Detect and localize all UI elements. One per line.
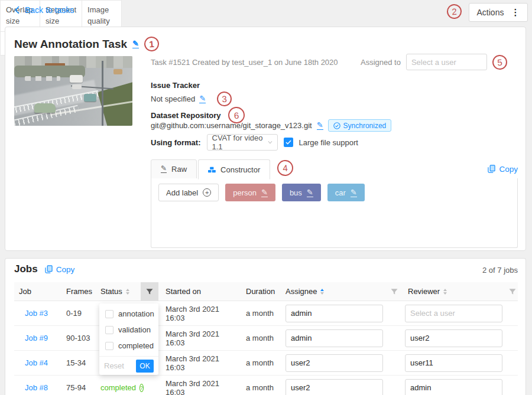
annotation-label: annotation [118, 309, 154, 318]
annotation-checkbox[interactable] [105, 310, 113, 318]
assignee-input[interactable] [286, 305, 383, 322]
assignee-input[interactable] [286, 379, 383, 395]
tab-raw[interactable]: ✎ Raw [151, 159, 197, 179]
status-sorter-icon[interactable] [126, 289, 129, 295]
actions-label: Actions [477, 8, 504, 17]
tab-constructor-label: Constructor [220, 165, 260, 174]
back-to-tasks-label: Back to tasks [25, 5, 74, 15]
assignee-filter-button[interactable] [387, 282, 401, 301]
large-file-checkbox[interactable] [284, 138, 293, 147]
edit-label-car-icon[interactable]: ✎ [351, 188, 357, 197]
started-cell: March 3rd 2021 16:03 [158, 376, 239, 395]
issue-tracker-row: Not specified ✎ 3 [151, 92, 232, 106]
job-row-2: Job #9 90-103 March 3rd 2021 16:03 a mon… [14, 326, 518, 351]
col-duration: Duration [239, 282, 279, 301]
callout-5: 5 [492, 54, 508, 70]
frames-cell: 15-34 [61, 351, 95, 375]
raw-edit-icon: ✎ [161, 165, 167, 173]
dataset-repo-row: git@github.com:username/git_storage_v123… [151, 119, 391, 132]
reviewer-input[interactable] [405, 379, 502, 395]
filter-option-annotation[interactable]: annotation [99, 306, 158, 322]
col-reviewer[interactable]: Reviewer [401, 282, 507, 301]
task-title-row: New Annotation Task ✎ 1 [14, 37, 159, 51]
back-to-tasks-link[interactable]: Back to tasks [14, 5, 74, 15]
edit-repo-icon[interactable]: ✎ [317, 121, 323, 130]
filter-option-completed[interactable]: completed [99, 338, 158, 354]
actions-button[interactable]: Actions ⋮ [469, 3, 528, 22]
label-chip-person[interactable]: person ✎ [225, 184, 275, 201]
assigned-to-row: Assigned to 5 [361, 54, 507, 70]
copy-icon [45, 265, 53, 273]
assignee-input[interactable] [286, 354, 383, 372]
preview-distant-cars [25, 76, 60, 81]
reviewer-sorter-icon[interactable] [443, 289, 447, 295]
chevron-left-icon [14, 6, 20, 14]
filter-ok-button[interactable]: OK [136, 360, 154, 373]
job-row-1: Job #3 0-19 March 3rd 2021 16:03 a month [14, 301, 518, 326]
edit-issue-tracker-icon[interactable]: ✎ [199, 94, 206, 103]
label-chip-bus[interactable]: bus ✎ [282, 184, 321, 201]
filter-footer: Reset OK [99, 356, 158, 375]
col-started-on: Started on [158, 282, 239, 301]
status-filter-button[interactable] [141, 282, 158, 301]
assignee-sorter-icon[interactable] [320, 289, 324, 295]
callout-4: 4 [277, 159, 294, 177]
duration-cell: a month [239, 351, 279, 375]
job-link[interactable]: Job #4 [19, 358, 48, 367]
col-frames: Frames [61, 282, 95, 301]
status-filter-dropdown: annotation validation completed Reset OK [99, 303, 158, 375]
format-select[interactable]: CVAT for video 1.1 [207, 134, 278, 151]
callout-3: 3 [216, 91, 232, 107]
job-link[interactable]: Job #8 [19, 383, 48, 392]
col-assignee[interactable]: Assignee [279, 282, 387, 301]
label-bus-name: bus [290, 188, 302, 197]
label-car-name: car [335, 188, 346, 197]
filter-option-validation[interactable]: validation [99, 322, 158, 338]
edit-label-bus-icon[interactable]: ✎ [307, 188, 313, 197]
tab-constructor[interactable]: Constructor [198, 159, 270, 179]
job-link[interactable]: Job #9 [19, 334, 48, 342]
preview-car-white-van [70, 75, 83, 83]
labels-row: Add label + person ✎ bus ✎ car ✎ [151, 178, 517, 207]
reviewer-filter-button[interactable] [507, 282, 518, 301]
labels-copy-label: Copy [499, 165, 518, 174]
reviewer-input[interactable] [405, 305, 502, 322]
label-chip-car[interactable]: car ✎ [327, 184, 365, 201]
validation-checkbox[interactable] [105, 326, 113, 334]
task-preview-image [14, 56, 132, 126]
large-file-label: Large file support [299, 138, 358, 147]
sync-status-label: Synchronized [343, 122, 387, 130]
jobs-table-header: Job Frames Status Started on Duration As… [14, 282, 518, 301]
task-meta: Task #1521 Created by test_user_1 on Jun… [151, 58, 338, 67]
label-person-name: person [233, 188, 257, 197]
reviewer-input[interactable] [405, 354, 502, 372]
filter-funnel-icon [146, 288, 153, 295]
validation-label: validation [118, 325, 151, 334]
preview-car-white [72, 84, 82, 89]
frames-cell: 90-103 [61, 326, 95, 350]
dataset-repo-label: Dataset Repository [151, 111, 220, 120]
format-label: Using format: [151, 138, 201, 147]
duration-cell: a month [239, 376, 279, 395]
jobs-title: Jobs [14, 263, 38, 275]
edit-title-icon[interactable]: ✎ [132, 40, 139, 48]
completed-checkbox[interactable] [105, 342, 113, 350]
labels-copy-button[interactable]: Copy [488, 165, 518, 174]
add-label-button[interactable]: Add label + [158, 184, 219, 201]
jobs-copy-button[interactable]: Copy [45, 265, 75, 274]
sync-status-badge: Synchronized [328, 119, 392, 132]
jobs-count: 2 of 7 jobs [414, 266, 518, 275]
format-row: Using format: CVAT for video 1.1 Large f… [151, 134, 358, 151]
reviewer-input[interactable] [405, 329, 502, 347]
edit-label-person-icon[interactable]: ✎ [261, 188, 268, 197]
issue-tracker-value: Not specified [151, 94, 195, 103]
assignee-input[interactable] [286, 329, 383, 347]
job-link[interactable]: Job #3 [19, 309, 48, 318]
assigned-to-input[interactable] [406, 54, 487, 70]
check-icon [286, 140, 291, 145]
col-status[interactable]: Status [95, 282, 141, 301]
filter-reset-button[interactable]: Reset [104, 361, 124, 370]
issue-tracker-label: Issue Tracker [151, 81, 200, 90]
job-row-3: Job #4 15-34 March 3rd 2021 16:03 a mont… [14, 351, 518, 376]
labels-tabbar: ✎ Raw Constructor 4 Copy [151, 159, 518, 179]
